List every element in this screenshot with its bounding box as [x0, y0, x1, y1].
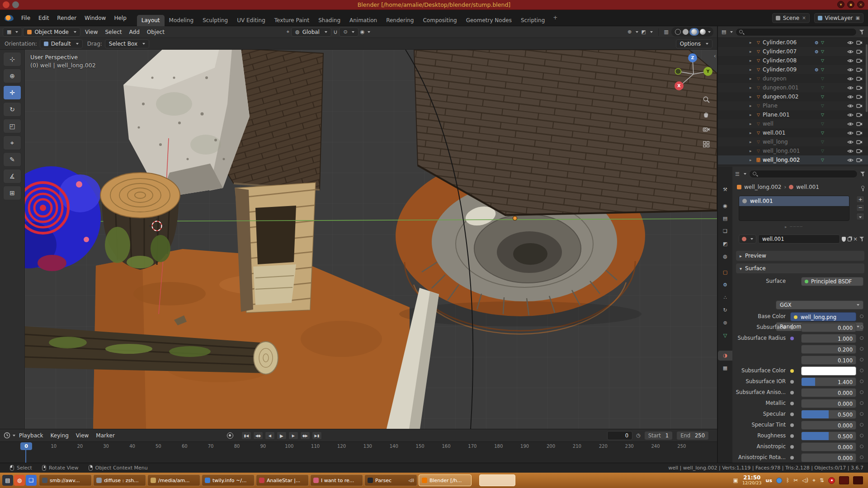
window-button[interactable]: Blender [/h...: [419, 474, 472, 486]
properties-tab[interactable]: ↻: [718, 305, 732, 315]
xray-toggle-icon[interactable]: ▥: [664, 29, 669, 35]
animate-decorator-icon[interactable]: [860, 314, 863, 318]
orientation-setting-dropdown[interactable]: Default: [40, 39, 83, 48]
hide-eye-icon[interactable]: [847, 40, 854, 45]
window-button[interactable]: smb://awv...: [39, 474, 92, 486]
options-dropdown[interactable]: Options: [676, 39, 712, 48]
blender-logo-icon[interactable]: [5, 15, 14, 21]
distribution-dropdown[interactable]: GGX: [776, 300, 863, 310]
object-name[interactable]: Plane.001: [763, 112, 790, 118]
timeline-ruler[interactable]: 0102030405060708090100110120130140150160…: [0, 442, 717, 463]
workspace-tab[interactable]: Texture Paint: [270, 15, 314, 26]
mouse-settings-icon[interactable]: ⌖: [812, 477, 816, 483]
expand-arrow-icon[interactable]: ▸: [750, 49, 754, 54]
outliner-row[interactable]: ▸ ▽ well_long.001 ⚙ ▽: [718, 146, 868, 155]
launcher-icon[interactable]: ◍: [14, 475, 25, 486]
properties-tab[interactable]: ▢: [718, 267, 732, 277]
frame-start-field[interactable]: Start1: [644, 431, 673, 440]
workspace-tab[interactable]: Modeling: [165, 15, 198, 26]
hide-eye-icon[interactable]: [847, 140, 854, 145]
menu-item[interactable]: Edit: [34, 13, 53, 23]
tool-button[interactable]: ✛: [3, 85, 21, 100]
window-button[interactable]: diffuse : zsh...: [93, 474, 146, 486]
workspace-switcher-1[interactable]: [839, 476, 849, 484]
workspace-tab[interactable]: Rendering: [382, 15, 418, 26]
gizmo-x-axis[interactable]: X: [675, 81, 684, 90]
timeline-menu-item[interactable]: Playback: [15, 432, 47, 439]
property-field[interactable]: 1.400: [801, 377, 856, 386]
filter-icon[interactable]: [859, 30, 864, 34]
solid-shading-icon[interactable]: [683, 29, 689, 35]
auto-keying-record-icon[interactable]: [227, 432, 233, 439]
object-name[interactable]: dungeon: [763, 75, 787, 82]
hide-eye-icon[interactable]: [847, 76, 854, 81]
disable-render-camera-icon[interactable]: [856, 85, 863, 90]
clock[interactable]: 21:50 12/20/23: [742, 475, 762, 486]
properties-tab[interactable]: ▦: [718, 363, 732, 373]
property-field[interactable]: 0.000: [801, 323, 856, 332]
volume-icon[interactable]: ◁): [802, 477, 808, 483]
timeline-menu-item[interactable]: Marker: [92, 432, 118, 439]
hide-eye-icon[interactable]: [847, 67, 854, 72]
properties-tab[interactable]: ▽: [718, 331, 732, 341]
shade-button[interactable]: ▾: [837, 1, 844, 8]
tool-button[interactable]: ⊕: [3, 69, 21, 83]
notification-badge-icon[interactable]: [776, 478, 782, 483]
expand-arrow-icon[interactable]: ▸: [750, 85, 754, 90]
property-field[interactable]: 0.000: [801, 399, 856, 408]
outliner-row[interactable]: ▸ ▽ well_long ⚙ ▽: [718, 137, 868, 146]
shading-dropdown-icon[interactable]: [708, 31, 711, 33]
jump-to-start-button[interactable]: ▮◀: [241, 432, 251, 440]
workspace-tab[interactable]: Compositing: [418, 15, 461, 26]
window-button[interactable]: twily.info ~/...: [202, 474, 255, 486]
expand-arrow-icon[interactable]: ▸: [750, 131, 754, 135]
camera-view-icon[interactable]: [703, 126, 711, 134]
expand-arrow-icon[interactable]: ▸: [750, 122, 754, 126]
new-viewlayer-icon[interactable]: ▣: [856, 15, 860, 20]
menu-item[interactable]: Help: [110, 13, 130, 23]
next-frame-button[interactable]: ▶: [288, 432, 298, 440]
animate-decorator-icon[interactable]: [860, 380, 863, 383]
wireframe-shading-icon[interactable]: [675, 29, 681, 35]
add-slot-button[interactable]: +: [856, 196, 864, 203]
animate-decorator-icon[interactable]: [860, 423, 863, 427]
tool-button[interactable]: ⌖: [3, 136, 21, 150]
property-field[interactable]: [801, 366, 856, 375]
hide-eye-icon[interactable]: [847, 149, 854, 154]
preview-section-header[interactable]: ▸Preview: [736, 251, 864, 261]
frame-end-field[interactable]: End250: [676, 431, 709, 440]
properties-tab[interactable]: ∴: [718, 293, 732, 303]
network-icon[interactable]: ⇅: [820, 477, 824, 483]
workspace-tab[interactable]: Geometry Nodes: [462, 15, 516, 26]
animate-decorator-icon[interactable]: [860, 390, 863, 394]
viewport-menu-item[interactable]: Object: [143, 29, 168, 35]
tool-button[interactable]: ∡: [3, 169, 21, 183]
navigation-gizmo[interactable]: Z Y X: [672, 52, 713, 93]
unlink-scene-icon[interactable]: ×: [802, 15, 806, 20]
property-field[interactable]: 0.100: [801, 356, 856, 365]
browse-material-button[interactable]: [739, 235, 756, 244]
keyboard-layout-indicator[interactable]: us: [766, 478, 772, 483]
object-name[interactable]: Cylinder.008: [763, 57, 797, 64]
object-name[interactable]: well_long.001: [763, 148, 800, 154]
tool-button[interactable]: ↻: [3, 102, 21, 117]
animate-decorator-icon[interactable]: [860, 336, 863, 340]
outliner-search-input[interactable]: [736, 28, 857, 36]
properties-editor-icon[interactable]: ☰: [735, 171, 740, 177]
workspace-tab[interactable]: UV Editing: [232, 15, 270, 26]
fake-user-shield-icon[interactable]: [842, 237, 846, 242]
property-field[interactable]: 1.000: [801, 334, 856, 343]
expand-arrow-icon[interactable]: ▸: [750, 113, 754, 117]
proportional-editing-icon[interactable]: ◉: [360, 29, 365, 35]
transform-pivot-icon[interactable]: ⌖: [287, 29, 289, 35]
remove-slot-button[interactable]: −: [856, 204, 864, 211]
overlays-icon[interactable]: ◩: [641, 29, 646, 35]
outliner-row[interactable]: ▸ ▽ Cylinder.009 ⚙ ▽: [718, 65, 868, 74]
object-name[interactable]: well: [763, 121, 774, 127]
power-icon[interactable]: [828, 477, 835, 484]
duplicate-material-icon[interactable]: [848, 237, 851, 241]
breadcrumb-material[interactable]: well.001: [796, 184, 819, 190]
object-name[interactable]: well_long.002: [763, 157, 800, 163]
animate-decorator-icon[interactable]: [860, 455, 863, 459]
material-name-field[interactable]: well.001: [758, 235, 840, 244]
